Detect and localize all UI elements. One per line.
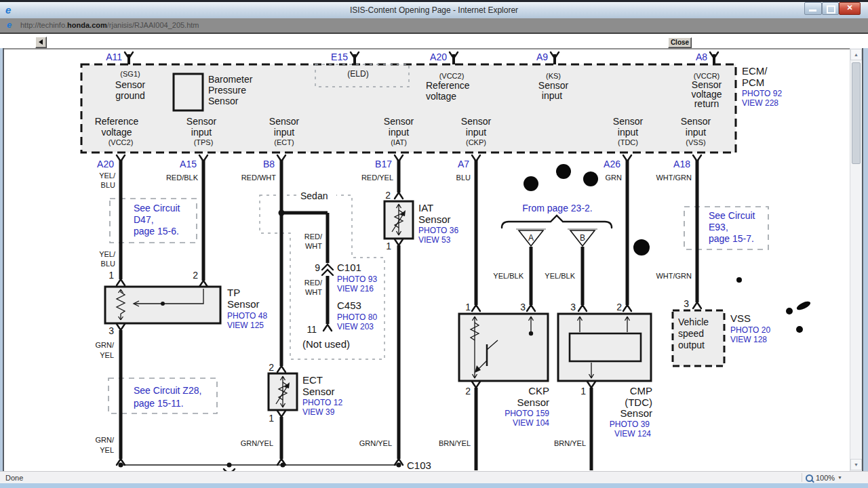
ecm-ks-line1: Sensor bbox=[538, 80, 569, 91]
ecm-sg1-line2: ground bbox=[115, 90, 145, 101]
vss-box-line1: Vehicle bbox=[678, 317, 709, 327]
window-bottom-edge bbox=[0, 483, 868, 488]
circuit-e93-line2[interactable]: E93, bbox=[709, 222, 728, 232]
cmp-name-line3: Sensor bbox=[620, 407, 652, 419]
iat-view-link[interactable]: VIEW 53 bbox=[418, 235, 451, 245]
wire-redwht-3b: WHT bbox=[305, 288, 322, 296]
wiring-diagram: A11 E15 A20 A9 A8 (SG1) Sensor ground Ba… bbox=[4, 49, 850, 471]
svg-text:Reference: Reference bbox=[95, 116, 139, 127]
c101-photo-link[interactable]: PHOTO 93 bbox=[337, 274, 377, 284]
cmp-name-line2: (TDC) bbox=[625, 396, 652, 408]
ecm-ks-code: (KS) bbox=[546, 72, 561, 80]
wire-yelblu-2b: BLU bbox=[101, 260, 115, 268]
svg-text:(TDC): (TDC) bbox=[618, 138, 638, 146]
svg-text:input: input bbox=[191, 127, 212, 138]
ckp-name-line2: Sensor bbox=[517, 396, 549, 408]
tp-pin3: 3 bbox=[108, 325, 114, 336]
c453-view-link[interactable]: VIEW 203 bbox=[337, 322, 374, 331]
status-separator bbox=[802, 473, 802, 482]
svg-text:Sensor: Sensor bbox=[681, 116, 711, 127]
ckp-photo-link[interactable]: PHOTO 159 bbox=[505, 409, 549, 418]
pin-a20[interactable]: A20 bbox=[97, 159, 114, 169]
iat-name-line2: Sensor bbox=[418, 214, 451, 225]
wire-redwht: RED/WHT bbox=[241, 174, 277, 182]
circuit-z28-line1[interactable]: See Circuit Z28, bbox=[134, 385, 201, 396]
vss-photo-link[interactable]: PHOTO 20 bbox=[730, 325, 770, 335]
pin-b8[interactable]: B8 bbox=[263, 159, 275, 169]
ect-name-line1: ECT bbox=[302, 374, 323, 386]
back-button[interactable] bbox=[35, 37, 47, 48]
tp-view-link[interactable]: VIEW 125 bbox=[227, 321, 264, 330]
svg-text:Sensor: Sensor bbox=[384, 116, 414, 127]
scrollbar-up-button[interactable]: ▲ bbox=[850, 49, 862, 60]
iat-photo-link[interactable]: PHOTO 36 bbox=[418, 226, 458, 235]
pin-a18[interactable]: A18 bbox=[673, 159, 690, 169]
c101-view-link[interactable]: VIEW 216 bbox=[337, 284, 374, 293]
pin-a26[interactable]: A26 bbox=[604, 159, 620, 169]
pin-a8[interactable]: A8 bbox=[696, 52, 707, 62]
pin-b17[interactable]: B17 bbox=[375, 159, 392, 169]
svg-text:input: input bbox=[618, 127, 638, 138]
tp-photo-link[interactable]: PHOTO 48 bbox=[227, 311, 267, 321]
ecm-vcc2-code: (VCC2) bbox=[439, 72, 465, 80]
close-page-button[interactable]: Close bbox=[668, 37, 692, 48]
circuit-d47-line2[interactable]: D47, bbox=[134, 214, 154, 225]
wire-whtgrn-2: WHT/GRN bbox=[656, 272, 692, 280]
iat-name-line1: IAT bbox=[418, 202, 433, 214]
ect-view-link[interactable]: VIEW 39 bbox=[302, 407, 335, 417]
cmp-pin2: 2 bbox=[616, 302, 622, 312]
pin-a9[interactable]: A9 bbox=[536, 52, 548, 62]
address-bar[interactable]: e http://techinfo.honda.com/rjanisis/RJA… bbox=[0, 18, 868, 34]
ckp-view-link[interactable]: VIEW 104 bbox=[513, 418, 549, 428]
circuit-e93-line1[interactable]: See Circuit bbox=[709, 210, 755, 221]
url-text[interactable]: http://techinfo.honda.com/rjanisis/RJAAI… bbox=[20, 21, 199, 29]
circuit-z28-line2[interactable]: page 15-11. bbox=[134, 398, 184, 409]
pin-a15[interactable]: A15 bbox=[180, 159, 197, 169]
wire-blu: BLU bbox=[456, 174, 471, 182]
maximize-button[interactable] bbox=[822, 2, 839, 15]
c453-photo-link[interactable]: PHOTO 80 bbox=[337, 312, 377, 322]
c101-connector-symbol bbox=[322, 264, 333, 275]
pin-a7[interactable]: A7 bbox=[458, 159, 469, 169]
cmp-name-line1: CMP bbox=[630, 385, 652, 396]
cmp-pin1: 1 bbox=[580, 386, 586, 396]
close-window-button[interactable]: ✕ bbox=[839, 2, 861, 15]
ecm-sg1-line1: Sensor bbox=[115, 79, 146, 90]
circuit-d47-line1[interactable]: See Circuit bbox=[134, 203, 180, 214]
ckp-pin2: 2 bbox=[465, 386, 471, 396]
pin-a11[interactable]: A11 bbox=[106, 52, 122, 62]
svg-text:input: input bbox=[466, 127, 486, 138]
wire-grnyel-3: GRN/YEL bbox=[241, 439, 273, 447]
scrollbar-down-button[interactable]: ▼ bbox=[850, 459, 862, 470]
svg-text:(TPS): (TPS) bbox=[194, 138, 214, 146]
from-page-link[interactable]: From page 23-2. bbox=[522, 203, 593, 214]
vss-name: VSS bbox=[730, 312, 751, 324]
ect-photo-link[interactable]: PHOTO 12 bbox=[302, 398, 342, 407]
vss-view-link[interactable]: VIEW 128 bbox=[730, 335, 767, 344]
svg-text:Sensor: Sensor bbox=[269, 116, 300, 127]
minimize-button[interactable] bbox=[804, 2, 822, 15]
circuit-d47-line3[interactable]: page 15-6. bbox=[134, 226, 179, 237]
cmp-pin3: 3 bbox=[570, 302, 576, 312]
wire-yelblu-1a: YEL/ bbox=[99, 171, 116, 180]
tp-name-line2: Sensor bbox=[227, 298, 260, 310]
pin-a20-top[interactable]: A20 bbox=[430, 52, 447, 62]
cmp-photo-link[interactable]: PHOTO 39 bbox=[610, 420, 650, 429]
ckp-top-forks bbox=[472, 305, 535, 311]
ecm-photo-link[interactable]: PHOTO 92 bbox=[742, 89, 782, 98]
ect-pin1: 1 bbox=[269, 413, 274, 424]
ckp-bottom-fork bbox=[472, 382, 480, 388]
ecm-view-link[interactable]: VIEW 228 bbox=[742, 98, 778, 108]
pin-e15[interactable]: E15 bbox=[331, 52, 348, 62]
cmp-view-link[interactable]: VIEW 124 bbox=[614, 429, 651, 439]
scrollbar-thumb[interactable] bbox=[852, 62, 861, 164]
ckp-sensor-box bbox=[459, 314, 548, 381]
tp-pin2: 2 bbox=[193, 270, 198, 281]
wire-redyel: RED/YEL bbox=[361, 174, 393, 182]
c103-label: C103 bbox=[407, 460, 431, 471]
url-prefix: http://techinfo. bbox=[20, 21, 67, 29]
circuit-e93-line3[interactable]: page 15-7. bbox=[709, 233, 754, 244]
barometer-line1: Barometer bbox=[208, 74, 253, 85]
cmp-top-forks bbox=[578, 305, 631, 311]
vss-box-line2: speed bbox=[678, 328, 704, 339]
